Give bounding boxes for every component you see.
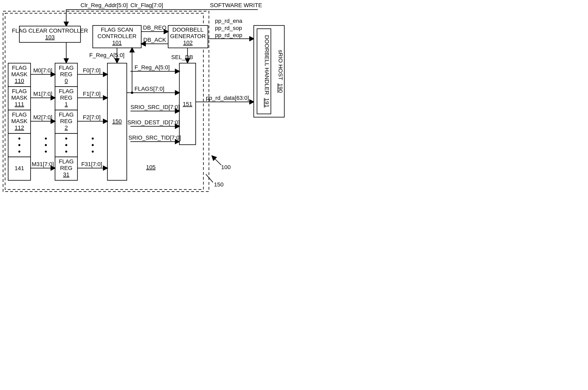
svg-text:sRIO HOST
      190: sRIO HOST 190 (277, 50, 284, 93)
reg1-num: 1 (65, 101, 68, 107)
mask2-l1: FLAG (12, 111, 27, 118)
mask1-l2: MASK (11, 95, 28, 101)
reg2-l1: FLAG (59, 111, 74, 118)
mask0-num: 110 (15, 78, 24, 84)
svg-point-19 (92, 138, 94, 140)
label-flags: FLAGS[7:0] (135, 86, 164, 92)
num-doorbell-gen: 102 (183, 40, 193, 46)
num-mux151: 151 (183, 101, 193, 107)
svg-point-18 (45, 150, 47, 153)
label-db-ack: DB_ACK (143, 37, 166, 43)
svg-point-5 (18, 144, 20, 146)
dots-col2 (92, 138, 94, 153)
label-clr-reg-addr: Clr_Reg_Addr[5:0] (81, 2, 128, 8)
f2-label: F2[7:0] (83, 114, 100, 120)
svg-point-4 (18, 138, 20, 140)
label-flag-scan-l1: FLAG SCAN (101, 26, 133, 33)
mask1-l1: FLAG (12, 88, 27, 94)
annotation-100: 100 (221, 164, 231, 170)
label-doorbell-gen-l1: DOORBELL (172, 26, 204, 33)
flag-reg-stack: FLAG REG 0 FLAG REG 1 FLAG REG 2 FLAG RE… (55, 63, 77, 180)
svg-point-20 (92, 144, 94, 146)
reg0-l2: REG (60, 71, 73, 77)
label-sel-db: SEL_DB (171, 54, 193, 60)
label-pp-rd-ena: pp_rd_ena (215, 18, 242, 24)
svg-point-14 (65, 150, 67, 153)
reg0-num: 0 (65, 78, 68, 84)
arrow-annotation-150 (206, 174, 213, 182)
svg-point-13 (65, 144, 67, 146)
label-pp-rd-sop: pp_rd_sop (215, 25, 242, 31)
mask2-l2: MASK (11, 118, 28, 124)
reg31-l2: REG (60, 165, 73, 171)
num-flag-scan: 101 (112, 40, 122, 46)
label-srio-src-tid: SRIO_SRC_TID[7:0] (128, 135, 181, 141)
label-clr-flag: Clr_Flag[7:0] (130, 2, 163, 8)
srio-host-text: sRIO HOST 190 (277, 50, 284, 93)
svg-point-21 (92, 150, 94, 153)
m0-label: M0[7:0] (33, 67, 52, 74)
label-flag-clear-controller: FLAG CLEAR CONTROLLER (12, 28, 88, 34)
reg1-l2: REG (60, 95, 73, 101)
label-doorbell-gen-l2: GENERATOR (170, 33, 206, 39)
label-srio-dest-id: SRIO_DEST_ID[7:0] (127, 119, 180, 126)
annotation-150: 150 (214, 181, 224, 188)
m2-label: M2[7:0] (33, 114, 52, 120)
num-mux150: 150 (112, 118, 122, 125)
svg-point-12 (65, 138, 67, 140)
label-pp-rd-eop: pp_rd_eop (215, 32, 242, 38)
mask0-l1: FLAG (12, 65, 27, 71)
reg31-num: 31 (63, 171, 69, 178)
f31-label: F31[7:0] (81, 161, 102, 167)
reg2-num: 2 (65, 125, 68, 131)
label-freg-a-right: F_Reg_A[5:0] (135, 64, 170, 70)
f0-label: F0[7:0] (83, 67, 100, 74)
reg0-l1: FLAG (59, 65, 74, 71)
label-freg-a-top: F_Reg_A[5:0] (89, 52, 125, 58)
f-signals: F0[7:0] F1[7:0] F2[7:0] F31[7:0] (77, 67, 107, 168)
label-software-write: SOFTWARE WRITE (210, 2, 262, 8)
flag-mask-stack: FLAG MASK 110 FLAG MASK 111 FLAG MASK 11… (8, 63, 31, 180)
m-signals: M0[7:0] M1[7:0] M2[7:0] M31[7:0] (31, 67, 55, 168)
diagram-svg: Clr_Reg_Addr[5:0] Clr_Flag[7:0] SOFTWARE… (0, 0, 294, 195)
svg-point-17 (45, 144, 47, 146)
f1-label: F1[7:0] (83, 91, 100, 97)
num-105: 105 (146, 164, 156, 170)
m1-label: M1[7:0] (33, 91, 52, 97)
svg-point-6 (18, 150, 20, 153)
svg-point-16 (45, 138, 47, 140)
reg2-l2: REG (60, 118, 73, 124)
mask0-l2: MASK (11, 71, 28, 77)
label-pp-rd-data: pp_rd_data[63:0] (206, 95, 249, 101)
arrow-annotation-100 (212, 156, 221, 165)
label-db-req: DB_REQ (143, 24, 166, 31)
mask1-num: 111 (15, 101, 24, 107)
mask31-num: 141 (15, 165, 24, 171)
reg31-l1: FLAG (59, 158, 74, 165)
dots-col1 (45, 138, 47, 153)
num-flag-clear-controller: 103 (45, 34, 55, 40)
m31-label: M31[7:0] (32, 161, 54, 167)
label-srio-src-id: SRIO_SRC_ID[7:0] (130, 104, 180, 110)
mask2-num: 112 (15, 125, 24, 131)
reg1-l1: FLAG (59, 88, 74, 94)
label-flag-scan-l2: CONTROLLER (98, 33, 136, 39)
